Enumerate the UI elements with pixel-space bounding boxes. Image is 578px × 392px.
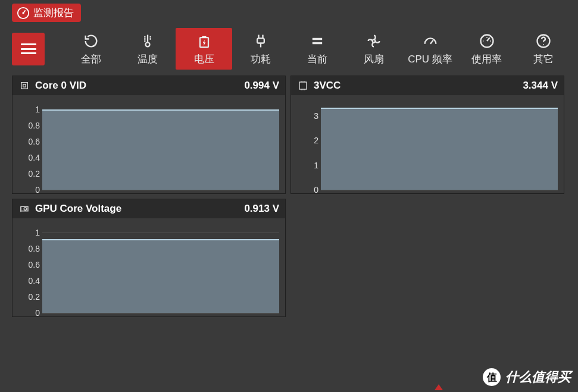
y-tick-label: 0.8 <box>22 244 40 253</box>
chart-card-gpu-core: GPU Core Voltage 0.913 V 00.20.40.60.81 <box>12 199 286 317</box>
svg-rect-9 <box>21 83 28 89</box>
fan-icon <box>365 32 383 50</box>
gpu-icon <box>18 203 30 215</box>
gauge-icon <box>17 7 30 20</box>
battery-bolt-icon <box>195 32 213 50</box>
svg-rect-4 <box>257 38 264 43</box>
gauge-icon <box>478 32 496 50</box>
svg-point-2 <box>145 42 149 46</box>
y-tick-label: 3 <box>301 111 318 121</box>
y-tick-label: 0 <box>301 185 318 195</box>
series-area <box>321 108 558 190</box>
board-icon <box>297 80 309 92</box>
watermark: 值 什么值得买 <box>483 368 571 386</box>
tab-temperature[interactable]: 温度 <box>119 28 176 70</box>
tab-label: 全部 <box>81 52 101 66</box>
y-tick-label: 0.4 <box>22 276 40 286</box>
gridline <box>42 313 279 313</box>
hamburger-icon <box>21 43 36 54</box>
chart-header: Core 0 VID 0.994 V <box>13 76 285 95</box>
tab-label: 当前 <box>307 52 327 66</box>
gridline <box>321 190 558 190</box>
tab-cpu-freq[interactable]: CPU 频率 <box>402 28 458 70</box>
series-area <box>42 109 279 190</box>
tab-other[interactable]: 其它 <box>515 28 571 70</box>
chart-body: 0123 <box>291 95 564 193</box>
y-tick-label: 1 <box>22 105 40 114</box>
plug-icon <box>252 32 270 50</box>
tab-all[interactable]: 全部 <box>63 28 119 70</box>
y-tick-label: 0.8 <box>22 121 40 130</box>
tab-label: 功耗 <box>251 52 271 66</box>
svg-point-13 <box>24 208 27 211</box>
svg-point-5 <box>372 39 375 42</box>
chart-header: GPU Core Voltage 0.913 V <box>13 199 285 218</box>
tab-voltage[interactable]: 电压 <box>176 28 232 70</box>
gridline <box>42 190 279 190</box>
refresh-icon <box>82 32 100 50</box>
chart-value: 3.344 V <box>523 80 558 92</box>
y-tick-label: 0.4 <box>22 153 40 162</box>
y-tick-label: 0.6 <box>22 260 40 269</box>
tab-label: CPU 频率 <box>408 52 452 66</box>
y-tick-label: 1 <box>301 161 318 170</box>
svg-rect-11 <box>299 82 307 89</box>
app-title: 监测报告 <box>33 6 74 20</box>
thermometer-icon <box>139 32 157 50</box>
app-title-badge: 监测报告 <box>12 4 81 22</box>
y-tick-label: 0 <box>22 185 40 195</box>
chart-value: 0.913 V <box>244 203 279 215</box>
svg-point-8 <box>543 43 544 45</box>
tab-label: 风扇 <box>364 52 384 66</box>
chart-title: Core 0 VID <box>35 80 86 92</box>
question-icon <box>535 32 552 50</box>
tab-usage[interactable]: 使用率 <box>458 28 515 70</box>
tab-current[interactable]: 当前 <box>289 28 345 70</box>
tab-label: 使用率 <box>471 52 502 66</box>
chart-grid: Core 0 VID 0.994 V 00.20.40.60.81 3VCC 3… <box>12 76 578 317</box>
watermark-badge: 值 <box>483 368 501 386</box>
chart-title: 3VCC <box>314 80 340 92</box>
y-tick-label: 0.6 <box>22 137 40 146</box>
series-area <box>42 239 279 313</box>
speedometer-icon <box>421 32 439 50</box>
chart-card-core0vid: Core 0 VID 0.994 V 00.20.40.60.81 <box>12 76 286 194</box>
chart-body: 00.20.40.60.81 <box>13 95 285 193</box>
tab-label: 其它 <box>533 52 554 66</box>
chart-value: 0.994 V <box>244 80 279 92</box>
chip-icon <box>18 80 30 92</box>
watermark-text: 什么值得买 <box>505 368 571 386</box>
y-tick-label: 0.2 <box>22 292 40 302</box>
tab-label: 电压 <box>194 52 214 66</box>
y-tick-label: 0.2 <box>22 169 40 178</box>
chart-title: GPU Core Voltage <box>35 203 121 215</box>
tab-label: 温度 <box>138 52 158 66</box>
svg-point-1 <box>22 12 24 14</box>
chart-header: 3VCC 3.344 V <box>291 76 564 95</box>
tab-fan[interactable]: 风扇 <box>345 28 402 70</box>
chart-body: 00.20.40.60.81 <box>13 218 285 316</box>
y-tick-label: 1 <box>22 228 40 237</box>
toolbar: 全部 温度 电压 功耗 当前 风扇 CPU 频率 <box>12 28 578 70</box>
chart-card-3vcc: 3VCC 3.344 V 0123 <box>290 76 564 194</box>
equals-icon <box>308 32 326 50</box>
svg-rect-10 <box>23 84 26 87</box>
tab-power[interactable]: 功耗 <box>232 28 289 70</box>
indicator-arrow <box>435 384 443 390</box>
y-tick-label: 2 <box>301 136 318 145</box>
menu-button[interactable] <box>12 33 45 65</box>
y-tick-label: 0 <box>22 308 40 318</box>
gridline <box>42 233 279 233</box>
